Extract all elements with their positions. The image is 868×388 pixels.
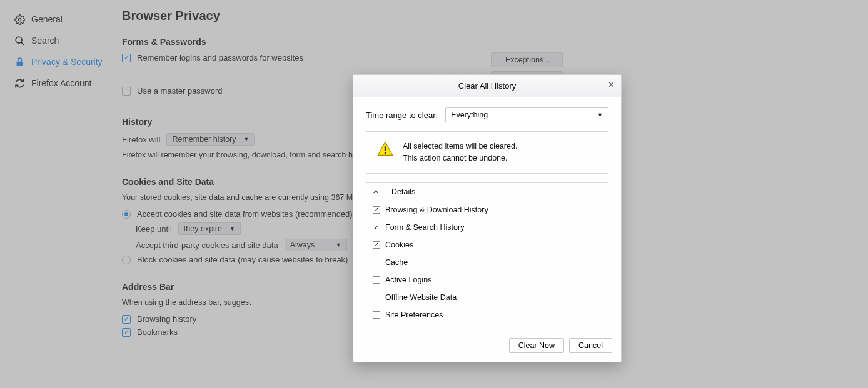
warning-icon <box>376 141 394 158</box>
time-range-select[interactable]: Everything ▼ <box>445 107 608 122</box>
details-item-label: Cookies <box>385 241 413 249</box>
details-item[interactable]: Browsing & Download History <box>366 201 608 219</box>
details-header: Details <box>366 182 608 201</box>
checkbox[interactable] <box>373 276 380 284</box>
svg-rect-5 <box>385 152 386 154</box>
details-label: Details <box>385 187 421 196</box>
details-item[interactable]: Active Logins <box>366 271 608 289</box>
checkbox[interactable] <box>373 259 380 266</box>
caret-down-icon: ▼ <box>597 112 603 118</box>
details-item-label: Site Preferences <box>385 311 443 319</box>
details-item-label: Offline Website Data <box>385 293 457 302</box>
details-item-label: Cache <box>385 258 408 267</box>
clear-history-dialog: Clear All History ✕ Time range to clear:… <box>353 74 622 362</box>
svg-rect-4 <box>385 146 386 151</box>
checkbox[interactable] <box>373 311 380 319</box>
details-item-label: Browsing & Download History <box>385 206 488 214</box>
checkbox[interactable] <box>373 294 380 301</box>
details-item[interactable]: Site Preferences <box>366 306 608 324</box>
warning-box: All selected items will be cleared. This… <box>366 131 608 174</box>
checkbox[interactable] <box>373 206 380 214</box>
time-range-label: Time range to clear: <box>366 111 438 120</box>
details-list: Browsing & Download History Form & Searc… <box>366 201 608 324</box>
warning-line-2: This action cannot be undone. <box>403 152 517 164</box>
dialog-header: Clear All History ✕ <box>353 75 621 97</box>
details-toggle[interactable] <box>366 183 385 201</box>
details-item[interactable]: Form & Search History <box>366 219 608 236</box>
time-range-value: Everything <box>451 111 488 119</box>
close-icon[interactable]: ✕ <box>608 80 615 89</box>
clear-now-button[interactable]: Clear Now <box>509 338 564 353</box>
cancel-button[interactable]: Cancel <box>569 338 612 353</box>
details-item-label: Form & Search History <box>385 223 464 232</box>
checkbox[interactable] <box>373 241 380 249</box>
details-item-label: Active Logins <box>385 276 431 284</box>
details-item[interactable]: Cache <box>366 254 608 271</box>
dialog-title: Clear All History <box>458 81 516 91</box>
checkbox[interactable] <box>373 224 380 231</box>
warning-line-1: All selected items will be cleared. <box>403 141 517 152</box>
details-item[interactable]: Cookies <box>366 236 608 254</box>
details-item[interactable]: Offline Website Data <box>366 289 608 306</box>
